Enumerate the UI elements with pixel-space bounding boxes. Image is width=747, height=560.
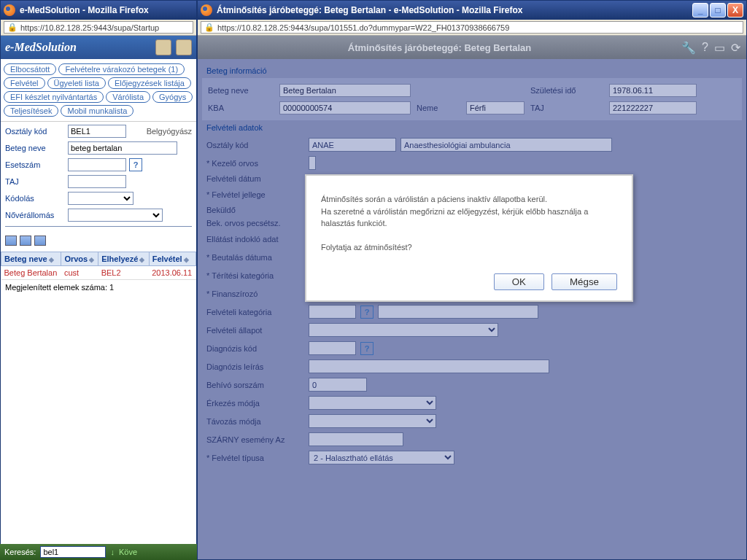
th-doctor[interactable]: Orvos◆ (61, 252, 98, 266)
lock-icon: 🔒 (204, 23, 214, 32)
window-icon[interactable]: ▭ (714, 41, 725, 55)
header-icon-2[interactable] (176, 39, 192, 55)
info-taj-label: TAJ (530, 104, 603, 112)
adm-stamp-label: Bek. orvos pecsétsz. (206, 219, 309, 228)
th-name[interactable]: Beteg neve◆ (1, 252, 61, 266)
tag-felvetelre-varakozo[interactable]: Felvételre várakozó betegek (1) (58, 63, 185, 75)
close-button[interactable]: X (727, 3, 743, 18)
adm-cat-name (378, 305, 538, 319)
search-input[interactable] (40, 546, 106, 558)
adm-doctor-input[interactable] (309, 156, 316, 170)
cell-placement: BEL2 (98, 266, 149, 280)
adm-cat-input[interactable] (309, 305, 356, 319)
adm-arrive-select[interactable] (309, 396, 436, 410)
tag-gyogys[interactable]: Gyógys (152, 91, 193, 103)
dialog-message: Átminősítés során a várólistán a páciens… (321, 193, 617, 230)
adm-diagdesc-input[interactable] (309, 359, 549, 373)
adm-state-select[interactable] (309, 323, 498, 337)
divider (5, 226, 192, 227)
th-admission[interactable]: Felvétel◆ (149, 252, 196, 266)
minimize-button[interactable]: _ (692, 3, 708, 18)
adm-wing-input[interactable] (309, 432, 403, 446)
dialog-buttons: OK Mégse (321, 273, 617, 290)
tag-elojegyzesek[interactable]: Előjegyzések listája (108, 77, 191, 89)
search-next-icon[interactable]: ↓ (110, 548, 115, 556)
adm-doctor-label: Kezelő orvos (206, 159, 309, 168)
ok-button[interactable]: OK (494, 273, 544, 290)
action-icon-row (1, 234, 196, 252)
right-url-input[interactable]: 🔒 https://10.82.128.25:9443/supa/101551.… (201, 21, 743, 34)
adm-diagcode-label: Diagnózis kód (206, 344, 309, 353)
adm-diagcode-input[interactable] (309, 341, 356, 355)
tag-mobil[interactable]: Mobil munkalista (61, 105, 133, 117)
right-window-title: Átminősítés járóbeteggé: Beteg Bertalan … (217, 5, 522, 15)
taj-input[interactable] (68, 175, 126, 188)
nurse-label: Nővérállomás (5, 211, 65, 219)
tag-ugyeleti[interactable]: Ügyeleti lista (47, 77, 106, 89)
info-gender-value: Férfi (466, 101, 525, 114)
action-icon-2[interactable] (20, 236, 31, 246)
wrench-icon[interactable]: 🔧 (681, 41, 696, 55)
sort-icon: ◆ (139, 256, 144, 263)
dialog-prompt: Folytatja az átminősítést? (321, 243, 617, 252)
tag-elbocsatott[interactable]: Elbocsátott (4, 63, 56, 75)
adm-state-label: Felvételi állapot (206, 326, 309, 335)
action-icon-3[interactable] (34, 236, 46, 246)
app-logo: e-MedSolution (5, 41, 77, 54)
action-icon-1[interactable] (5, 236, 17, 246)
adm-type-label: Felvétel jellege (206, 190, 309, 199)
refresh-icon[interactable]: ⟳ (731, 41, 740, 55)
cat-help-button[interactable]: ? (360, 306, 374, 319)
info-gender-label: Neme (417, 104, 460, 112)
nurse-select[interactable] (68, 209, 163, 222)
help-icon[interactable]: ? (702, 41, 708, 54)
maximize-button[interactable]: □ (710, 3, 726, 18)
tag-varolista[interactable]: Várólista (106, 91, 150, 103)
dept-code-input[interactable] (68, 125, 126, 138)
adm-reimb-label: Térítési kategória (206, 271, 309, 280)
adm-dept-input[interactable] (309, 138, 396, 152)
lock-icon: 🔒 (7, 23, 18, 32)
dialog-line-1: Átminősítés során a várólistán a páciens… (321, 193, 617, 206)
left-url-input[interactable]: 🔒 https://10.82.128.25:9443/supa/Startup (4, 21, 193, 34)
cell-name: Beteg Bertalan (1, 266, 61, 280)
page-title: Átminősítés járóbeteggé: Beteg Bertalan (204, 42, 676, 53)
app-header: e-MedSolution (1, 36, 196, 59)
diag-help-button[interactable]: ? (360, 342, 374, 355)
adm-funder-label: Finanszírozó (206, 289, 309, 298)
info-kba-value: 00000000574 (279, 101, 411, 114)
adm-depart-label: Távozás módja (206, 417, 309, 426)
adm-reason-label: Ellátást indokló adat (206, 235, 309, 244)
adm-depart-select[interactable] (309, 414, 436, 428)
firefox-icon (4, 4, 15, 16)
firefox-icon (201, 4, 212, 16)
info-section-title: Beteg információ (202, 63, 742, 78)
adm-refdate-label: Beutalás dátuma (206, 253, 309, 262)
coding-select[interactable] (68, 192, 133, 205)
adm-date-label: Felvételi dátum (206, 174, 309, 183)
th-placement[interactable]: Elhelyezé◆ (98, 252, 149, 266)
adm-admtype-label: Felvétel típusa (206, 454, 309, 462)
header-icon-1[interactable] (155, 39, 171, 55)
dialog-line-2: Ha szeretné a várólistán megőrizni az el… (321, 206, 617, 230)
tag-felvetel[interactable]: Felvétel (4, 77, 45, 89)
sort-icon: ◆ (89, 256, 94, 263)
table-row[interactable]: Beteg Bertalan cust BEL2 2013.06.11 (1, 266, 196, 280)
search-next-button[interactable]: Köve (119, 548, 137, 556)
coding-label: Kódolás (5, 194, 65, 203)
patient-name-input[interactable] (68, 141, 177, 155)
page-header: Átminősítés járóbeteggé: Beteg Bertalan … (198, 36, 746, 59)
cancel-button[interactable]: Mégse (551, 273, 617, 290)
adm-section-title: Felvételi adatok (202, 120, 742, 135)
cell-admission: 2013.06.11 (149, 266, 196, 280)
tag-teljesitesek[interactable]: Teljesítések (4, 105, 58, 117)
adm-admtype-select[interactable]: 2 - Halasztható ellátás (309, 451, 454, 464)
case-input[interactable] (68, 158, 126, 171)
tag-efi[interactable]: EFI készlet nyilvántartás (4, 91, 104, 103)
left-window: e-MedSolution - Mozilla Firefox 🔒 https:… (0, 0, 197, 560)
adm-callnum-input[interactable] (309, 378, 367, 392)
info-taj-value: 221222227 (609, 101, 697, 114)
left-titlebar: e-MedSolution - Mozilla Firefox (1, 1, 196, 20)
cell-doctor: cust (61, 266, 98, 280)
case-help-button[interactable]: ? (129, 158, 142, 171)
